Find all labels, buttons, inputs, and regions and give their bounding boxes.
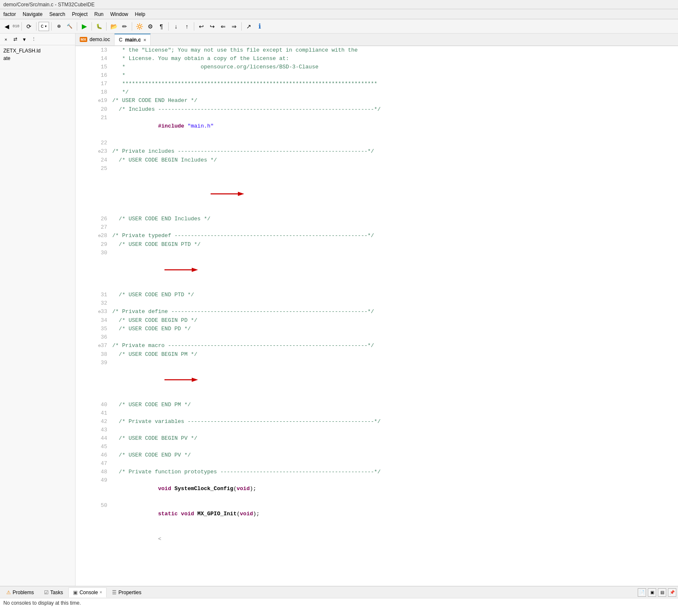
line-number: ⊖23 [76, 147, 111, 156]
line-content[interactable]: /* USER CODE BEGIN PV */ [111, 434, 678, 443]
line-content[interactable]: /* Private macro -----------------------… [111, 342, 678, 350]
tab-properties[interactable]: ☰ Properties [107, 587, 146, 598]
table-row: 18 */ [76, 88, 678, 97]
collapse-button[interactable]: × [2, 35, 10, 44]
fold-icon-19[interactable]: ⊖ [98, 99, 101, 103]
line-content[interactable]: /* USER CODE BEGIN Includes */ [111, 156, 678, 164]
next-edit[interactable]: ↪ [207, 21, 217, 31]
more-button[interactable]: ⋮ [29, 35, 38, 44]
tab-problems[interactable]: ⚠ Problems [2, 587, 39, 598]
line-content[interactable]: /* Private includes --------------------… [111, 147, 678, 156]
line-content[interactable]: /* Includes ----------------------------… [111, 105, 678, 114]
fold-icon-23[interactable]: ⊖ [98, 149, 101, 154]
display-selected-button[interactable]: ▣ [648, 588, 656, 597]
next-annotation[interactable]: ↑ [182, 21, 192, 31]
line-content[interactable]: /* USER CODE BEGIN PTD */ [111, 240, 678, 249]
refresh-button[interactable]: ⟳ [24, 21, 34, 31]
sidebar-item-ate[interactable]: ate [2, 55, 73, 62]
line-content[interactable]: /* USER CODE END Includes */ [111, 215, 678, 223]
line-number: ⊖37 [76, 342, 111, 350]
line-content[interactable] [111, 249, 678, 291]
menu-window[interactable]: Window [107, 10, 132, 18]
forward-nav[interactable]: ⇒ [229, 21, 239, 31]
line-content[interactable]: /* Private variables -------------------… [111, 418, 678, 426]
run-button[interactable]: ▶ [79, 21, 89, 31]
toolbar-sep-9 [194, 22, 194, 31]
line-content[interactable] [111, 223, 678, 232]
menu-run[interactable]: Run [91, 10, 107, 18]
line-content[interactable]: ****************************************… [111, 80, 678, 88]
line-content[interactable]: static void MX_GPIO_Init(void); [111, 501, 678, 527]
line-content[interactable]: /* USER CODE END PM */ [111, 401, 678, 409]
line-content[interactable]: */ [111, 88, 678, 97]
prev-edit[interactable]: ↩ [196, 21, 206, 31]
c-dropdown[interactable]: C ▾ [39, 22, 49, 31]
paragraph-button[interactable]: ¶ [156, 21, 166, 31]
line-content[interactable]: * opensource.org/licenses/BSD-3-Clause [111, 63, 678, 71]
line-content[interactable]: void SystemClock_Config(void); [111, 476, 678, 501]
line-content[interactable]: * [111, 71, 678, 80]
format-button[interactable]: ⚙ [145, 21, 155, 31]
tab-main-c[interactable]: C main.c × [115, 34, 151, 45]
new-console-button[interactable]: 📄 [638, 588, 646, 597]
pencil-button[interactable]: ✏ [120, 21, 130, 31]
filter-button[interactable]: ▼ [20, 35, 29, 44]
build-button[interactable]: 🔨 [65, 21, 75, 31]
info-button[interactable]: ℹ [255, 21, 265, 31]
menu-factor[interactable]: factor [0, 10, 19, 18]
line-content[interactable] [111, 359, 678, 401]
menu-search[interactable]: Search [46, 10, 68, 18]
back-nav[interactable]: ⇐ [218, 21, 228, 31]
line-content[interactable]: /* Private typedef ---------------------… [111, 232, 678, 240]
open-console-button[interactable]: ▤ [658, 588, 666, 597]
line-number: ⊖19 [76, 97, 111, 105]
keyword-void-50: void [181, 511, 197, 517]
fold-icon-28[interactable]: ⊖ [98, 234, 101, 238]
line-content[interactable]: #include "main.h" [111, 114, 678, 139]
line-content[interactable]: * the "License"; You may not use this fi… [111, 46, 678, 55]
line-number: 46 [76, 451, 111, 459]
fold-icon-37[interactable]: ⊖ [98, 344, 101, 348]
target-button[interactable]: ⊕ [54, 21, 64, 31]
tab-console-close[interactable]: × [99, 590, 102, 595]
line-content[interactable] [111, 164, 678, 215]
external-button[interactable]: ↗ [244, 21, 254, 31]
line-content[interactable]: /* USER CODE END PV */ [111, 451, 678, 459]
tab-console[interactable]: ▣ Console × [68, 587, 107, 598]
tab-main-c-close[interactable]: × [143, 37, 146, 42]
tab-demo-ioc[interactable]: MX demo.ioc [76, 34, 115, 45]
menu-project[interactable]: Project [68, 10, 91, 18]
line-content[interactable] [111, 409, 678, 418]
open-button[interactable]: 📂 [109, 21, 119, 31]
sidebar-item-zetx[interactable]: ZETX_FLASH.ld [2, 47, 73, 55]
line-content[interactable] [111, 139, 678, 147]
line-number: 43 [76, 426, 111, 434]
line-content[interactable] [111, 299, 678, 308]
line-content[interactable]: /* Private function prototypes ---------… [111, 468, 678, 476]
line-content[interactable] [111, 426, 678, 434]
line-content[interactable]: /* Private define ----------------------… [111, 308, 678, 316]
line-content[interactable]: /* USER CODE END PD */ [111, 325, 678, 333]
line-content[interactable]: /* USER CODE END Header */ [111, 97, 678, 105]
fold-icon-33[interactable]: ⊖ [98, 310, 101, 314]
menu-navigate[interactable]: Navigate [19, 10, 46, 18]
prev-annotation[interactable]: ↓ [171, 21, 181, 31]
line-content[interactable] [111, 459, 678, 468]
code-editor[interactable]: 13 * the "License"; You may not use this… [76, 46, 678, 586]
sync-button[interactable]: ⇄ [11, 35, 19, 44]
line-content[interactable] [111, 333, 678, 342]
table-row: 48 /* Private function prototypes ------… [76, 468, 678, 476]
table-row: 30 [76, 249, 678, 291]
back-button[interactable]: ◀ [2, 21, 12, 31]
highlight-button[interactable]: 🔆 [134, 21, 144, 31]
line-content[interactable]: /* USER CODE END PTD */ [111, 291, 678, 299]
pin-button[interactable]: 📌 [668, 588, 676, 597]
line-content[interactable]: * License. You may obtain a copy of the … [111, 55, 678, 63]
line-content[interactable]: /* USER CODE BEGIN PM */ [111, 350, 678, 359]
menu-help[interactable]: Help [131, 10, 149, 18]
tab-tasks[interactable]: ☑ Tasks [39, 587, 68, 598]
debug-button[interactable]: 🐛 [94, 21, 104, 31]
line-content[interactable]: /* USER CODE BEGIN PD */ [111, 316, 678, 325]
line-number: 48 [76, 468, 111, 476]
line-content[interactable] [111, 443, 678, 451]
